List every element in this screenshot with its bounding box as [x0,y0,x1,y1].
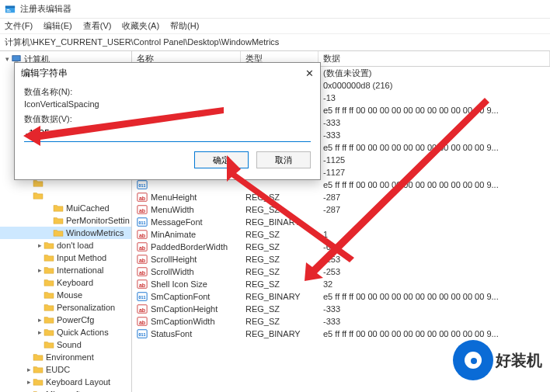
svg-rect-4 [12,56,20,61]
svg-text:ab: ab [139,307,145,313]
menubar: 文件(F) 编辑(E) 查看(V) 收藏夹(A) 帮助(H) [0,19,550,34]
address-path: 计算机\HKEY_CURRENT_USER\Control Panel\Desk… [5,36,279,48]
table-row[interactable]: abMenuWidthREG_SZ-287 [132,203,550,216]
cancel-button[interactable]: 取消 [256,151,311,168]
svg-text:ab: ab [139,258,145,263]
dialog-title: 编辑字符串 [21,67,68,80]
svg-text:ab: ab [139,208,145,213]
table-row[interactable]: abMenuHeightREG_SZ-287 [132,191,550,203]
svg-rect-2 [7,9,10,10]
dialog-titlebar[interactable]: 编辑字符串 ✕ [15,63,320,83]
svg-text:ab: ab [139,283,145,288]
tree-node[interactable]: ▸International [0,264,131,276]
tree-node[interactable]: Keyboard [0,276,131,289]
regedit-icon [5,4,16,15]
tree-node[interactable]: ▸PowerCfg [0,314,131,326]
tree-node[interactable]: Personalization [0,301,131,314]
address-bar[interactable]: 计算机\HKEY_CURRENT_USER\Control Panel\Desk… [0,34,550,51]
tree-node[interactable]: Environment [0,351,131,363]
tree-node[interactable]: Sound [0,338,131,351]
ok-button[interactable]: 确定 [194,151,249,168]
menu-view[interactable]: 查看(V) [83,20,112,32]
table-row[interactable]: abShell Icon SizeREG_SZ32 [132,278,550,290]
svg-text:ab: ab [139,270,145,276]
value-data-label: 数值数据(V): [24,113,311,125]
tree-node[interactable]: ▸Keyboard Layout [0,376,131,388]
svg-text:011: 011 [139,332,146,337]
value-data-input[interactable] [24,125,311,142]
svg-text:011: 011 [139,295,146,300]
tree-node[interactable]: Mouse [0,289,131,301]
value-name: IconVerticalSpacing [24,99,311,109]
tree-node[interactable]: MuiCached [0,202,131,214]
table-row[interactable]: 011SmCaptionFontREG_BINARYe5 ff ff ff 00… [132,290,550,303]
svg-rect-1 [5,5,15,8]
tree-node[interactable]: ▸EUDC [0,363,131,376]
table-row[interactable]: 011StatusFontREG_BINARYe5 ff ff ff 00 00… [132,328,550,340]
menu-file[interactable]: 文件(F) [5,20,33,32]
table-row[interactable]: abSmCaptionHeightREG_SZ-333 [132,303,550,315]
menu-favorites[interactable]: 收藏夹(A) [122,20,159,32]
tree-node[interactable]: PerMonitorSettin [0,214,131,227]
table-row[interactable]: abPaddedBorderWidthREG_SZ-60 [132,241,550,253]
col-header-data[interactable]: 数据 [319,51,550,66]
menu-help[interactable]: 帮助(H) [170,20,199,32]
svg-text:ab: ab [139,245,145,251]
logo-text: 好装机 [496,350,542,371]
tree-node[interactable]: ▸don't load [0,239,131,252]
svg-text:011: 011 [139,220,146,225]
table-row[interactable]: 011MessageFontREG_BINARY [132,216,550,228]
table-row[interactable]: abScrollWidthREG_SZ-253 [132,265,550,278]
svg-text:ab: ab [139,196,145,201]
tree-node[interactable]: ▸Quick Actions [0,326,131,338]
logo-icon [455,342,491,378]
svg-text:ab: ab [139,233,145,238]
table-row[interactable]: 011e5 ff ff ff 00 00 00 00 00 00 00 00 0… [132,179,550,191]
tree-node[interactable]: WindowMetrics [0,227,131,239]
close-icon[interactable]: ✕ [305,68,314,79]
svg-text:011: 011 [139,183,146,188]
edit-string-dialog: 编辑字符串 ✕ 数值名称(N): IconVerticalSpacing 数值数… [14,62,321,180]
tree-node[interactable]: Input Method [0,252,131,264]
menu-edit[interactable]: 编辑(E) [44,20,72,32]
svg-rect-3 [7,10,11,11]
watermark-logo: 好装机 [455,342,542,378]
svg-text:ab: ab [139,320,145,325]
table-row[interactable]: abMinAnimateREG_SZ1 [132,228,550,241]
window-title: 注册表编辑器 [20,3,71,15]
table-row[interactable]: abSmCaptionWidthREG_SZ-333 [132,315,550,328]
value-name-label: 数值名称(N): [24,86,311,98]
table-row[interactable]: abScrollHeightREG_SZ-253 [132,253,550,265]
tree-node[interactable]: ▸Microsoft [0,388,131,392]
window-titlebar: 注册表编辑器 [0,0,550,19]
tree-node[interactable] [0,189,131,202]
